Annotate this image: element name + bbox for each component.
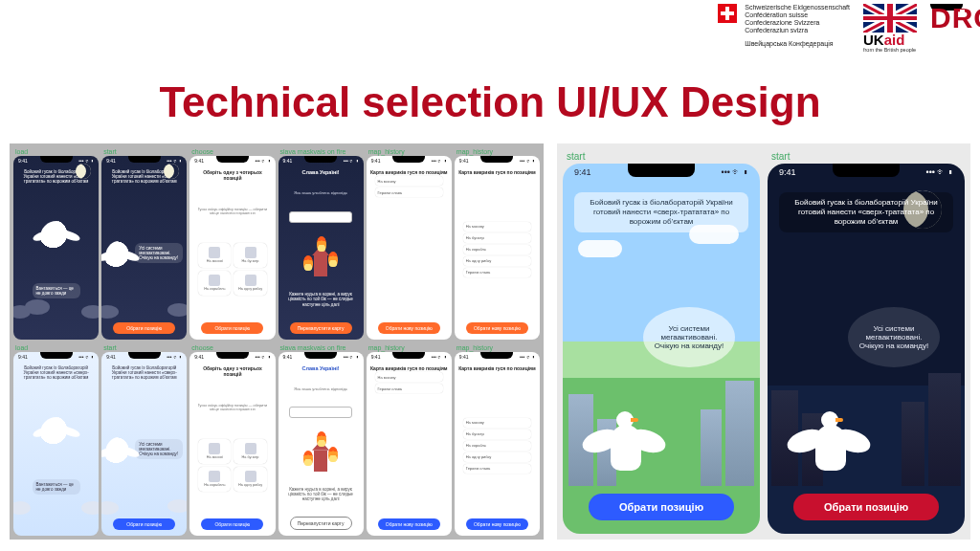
new-position-button[interactable]: Обрати нову позицію [378, 518, 440, 530]
speech-bubble: Усі системи мегаактивовані. Очікую на ко… [643, 307, 735, 367]
gallery-large-previews: start 9:41••• ᯤ ▮ Бойовий гусак із біола… [557, 143, 970, 540]
thumb-start-dark: start 9:41••• ᯤ ▮ Бойовий гусак із біола… [101, 147, 187, 340]
thumb-map-dark-2: map_history 9:41••• ᯤ ▮ Карта викриків г… [455, 147, 540, 340]
thumb-load-light: load 9:41••• ᯤ ▮ Бойовий гусак із біолаб… [13, 343, 99, 536]
speech-bubble: Усі системи мегаактивовані. Очікую на ко… [848, 307, 940, 367]
choose-button[interactable]: Обрати позицію [113, 518, 175, 530]
thumb-start-light: start 9:41••• ᯤ ▮ Бойовий гусак із біола… [101, 343, 187, 536]
thumb-map-light: map_history 9:41••• ᯤ ▮ Карта викриків г… [367, 343, 452, 536]
swiss-confederation-logo: Schweizerische Eidgenossenschaft Confédé… [718, 4, 850, 48]
choose-button[interactable]: Обрати позицію [201, 322, 263, 334]
thumb-map-dark: map_history 9:41••• ᯤ ▮ Карта викриків г… [367, 147, 452, 340]
kremlin-tower-icon [311, 240, 330, 276]
option-1[interactable]: На москві [198, 243, 231, 268]
big-start-day: start 9:41••• ᯤ ▮ Бойовий гусак із біола… [563, 149, 760, 534]
row-dark: load 9:41••• ᯤ ▮ Бойовий гусак із біолаб… [13, 147, 540, 340]
option-4[interactable]: На одну рибку [234, 271, 266, 296]
restart-button[interactable]: Перезапустити карту [290, 517, 352, 530]
choose-button[interactable]: Обрати позицію [793, 494, 939, 520]
new-position-button[interactable]: Обрати нову позицію [466, 322, 528, 334]
goose-icon [40, 221, 73, 253]
gallery-dark-light-variants: load 9:41••• ᯤ ▮ Бойовий гусак із біолаб… [10, 143, 544, 540]
choose-button[interactable]: Обрати позицію [589, 494, 734, 520]
option-2[interactable]: На бункер [234, 243, 266, 268]
option-3[interactable]: На корабель [198, 271, 231, 296]
restart-button[interactable]: Перезапустити карту [290, 322, 352, 334]
answer-input[interactable] [289, 407, 353, 418]
swiss-flag-icon [718, 4, 737, 23]
goose-icon [40, 417, 73, 450]
thumb-map-light-2: map_history 9:41••• ᯤ ▮ Карта викриків г… [455, 343, 540, 536]
choose-button[interactable]: Обрати позицію [201, 518, 263, 530]
swiss-text: Schweizerische Eidgenossenschaft Confédé… [745, 4, 850, 48]
choose-button[interactable]: Обрати позицію [113, 322, 175, 334]
history-list: На москву Героям слава [375, 176, 443, 197]
thumb-choose-light: choose 9:41••• ᯤ ▮ Оберіть одну з чотирь… [189, 343, 275, 536]
answer-input[interactable] [289, 211, 353, 223]
new-position-button[interactable]: Обрати нову позицію [378, 322, 440, 334]
position-options: На москві На бункер На корабель На одну … [198, 243, 266, 296]
union-jack-icon [863, 4, 917, 33]
history-list: На москву На бункер На корабль На одну р… [463, 222, 531, 277]
header-logos: Schweizerische Eidgenossenschaft Confédé… [718, 4, 963, 53]
thumb-choose-dark: choose 9:41••• ᯤ ▮ Оберіть одну з чотирь… [189, 147, 275, 340]
thumb-fire-light: slava maskvais on fire 9:41••• ᯤ ▮ Слава… [278, 343, 364, 536]
ukaid-logo: UKaid from the British people [863, 4, 917, 53]
kremlin-tower-icon [311, 435, 330, 472]
page-title: Technical selection UI/UX Design [0, 78, 980, 126]
big-start-night: start 9:41••• ᯤ ▮ Бойовий гусак із біола… [768, 149, 965, 534]
goose-icon [105, 437, 132, 470]
thumb-load-dark: load 9:41••• ᯤ ▮ Бойовий гусак із біолаб… [13, 147, 99, 340]
thumb-fire-dark: slava maskvais on fire 9:41••• ᯤ ▮ Слава… [278, 147, 364, 340]
goose-icon [105, 241, 132, 274]
drc-logo: DRC [930, 4, 963, 33]
goose-icon [586, 385, 662, 471]
goose-icon [791, 385, 867, 471]
new-position-button[interactable]: Обрати нову позицію [466, 518, 528, 530]
row-light: load 9:41••• ᯤ ▮ Бойовий гусак із біолаб… [13, 343, 540, 536]
intro-message: Бойовий гусак із біолабораторій України … [779, 192, 953, 232]
